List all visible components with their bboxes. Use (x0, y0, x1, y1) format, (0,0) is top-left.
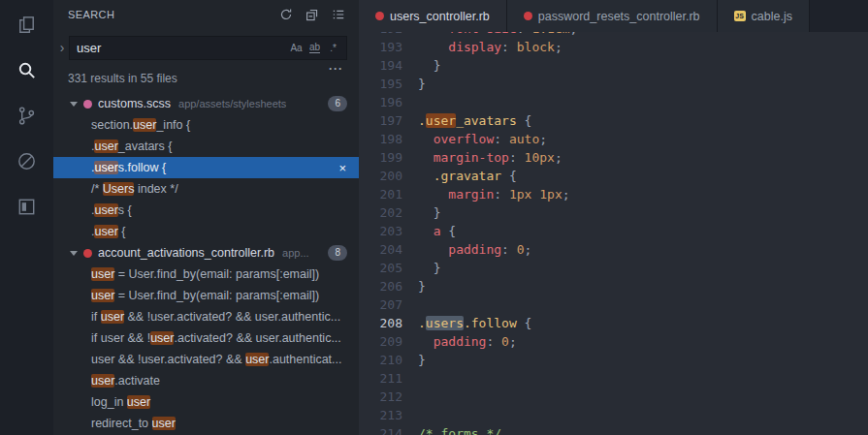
code-token (418, 169, 434, 183)
code-line[interactable]: 210 } (359, 351, 868, 369)
editor-tab[interactable]: password_resets_controller.rb (507, 0, 718, 32)
list-view-icon[interactable] (332, 8, 345, 21)
search-result-row[interactable]: user && !user.activated? && user.authent… (53, 349, 359, 370)
line-number: 200 (359, 167, 402, 185)
code-token: . (418, 113, 426, 128)
line-number: 193 (359, 38, 402, 56)
dismiss-result-icon[interactable]: × (338, 161, 346, 175)
match-case-toggle[interactable]: Aa (287, 39, 305, 57)
search-result-row[interactable]: .users.follow {× (53, 157, 359, 178)
code-token: .gravatar (434, 169, 501, 183)
result-pre: section. (91, 118, 133, 132)
code-line[interactable]: 214 /* forms */ (359, 424, 868, 435)
search-result-row[interactable]: if user && !user.activated? && user.auth… (53, 327, 359, 349)
search-result-row[interactable]: .users { (53, 200, 359, 221)
search-result-row[interactable]: /* Users index */ (53, 178, 359, 200)
refresh-icon[interactable] (279, 8, 293, 21)
search-result-row[interactable]: .user { (53, 221, 359, 242)
code-line[interactable]: 196 (359, 93, 868, 111)
whole-word-toggle[interactable]: ab (305, 39, 324, 57)
expand-replace-chevron-icon[interactable]: › (55, 40, 69, 55)
result-post: _avatars { (118, 140, 173, 153)
chevron-expanded-icon[interactable] (70, 102, 78, 107)
code-token (418, 242, 448, 257)
search-result-row[interactable]: user = User.find_by(email: params[:email… (53, 264, 359, 285)
result-match-highlight: user (91, 289, 114, 302)
code-token: ; (539, 132, 547, 146)
line-number: 202 (359, 203, 402, 222)
code-lines: 192 font-size: 1.1em; 193 display: block… (359, 32, 868, 435)
line-code: a { (418, 222, 456, 240)
editor-group: users_controller.rb password_resets_cont… (359, 0, 868, 435)
code-token: { (501, 169, 517, 183)
search-result-row[interactable]: user.activate (53, 370, 359, 391)
code-line[interactable]: 213 (359, 406, 868, 424)
code-line[interactable]: 198 overflow: auto; (359, 130, 868, 148)
code-line[interactable]: 197 .user_avatars { (359, 111, 868, 130)
search-result-row[interactable]: user = User.find_by(email: params[:email… (53, 285, 359, 306)
code-line[interactable]: 212 (359, 388, 868, 406)
code-token: { (517, 113, 532, 128)
activity-editor-layout-button[interactable] (0, 184, 53, 230)
search-result-row[interactable]: section.user_info { (53, 114, 359, 136)
search-result-row[interactable]: log_in user (53, 391, 359, 413)
code-line[interactable]: 202 } (359, 203, 868, 222)
code-line[interactable]: 201 margin: 1px 1px; (359, 185, 868, 203)
toggle-search-details-button[interactable]: ··· (329, 62, 343, 76)
result-match-highlight: user (245, 353, 269, 366)
code-line[interactable]: 199 margin-top: 10px; (359, 148, 868, 167)
line-code: overflow: auto; (418, 130, 547, 148)
regex-toggle[interactable]: .* (324, 39, 342, 57)
code-line[interactable]: 195 } (359, 75, 868, 93)
editor-tab[interactable]: users_controller.rb (359, 0, 507, 32)
search-input[interactable] (77, 41, 287, 55)
result-pre: log_in (91, 395, 127, 409)
code-token: margin-top (434, 150, 509, 165)
result-post: index */ (134, 182, 177, 196)
code-token: ; (509, 334, 517, 349)
code-line[interactable]: 200 .gravatar { (359, 167, 868, 185)
search-result-row[interactable]: .user_avatars { (53, 136, 359, 157)
search-result-row[interactable]: redirect_to user (53, 413, 359, 434)
code-line[interactable]: 209 padding: 0; (359, 332, 868, 351)
activity-circle-slash-button[interactable] (0, 139, 53, 184)
result-post: = User.find_by(email: params[:email]) (114, 267, 319, 281)
code-token: } (418, 353, 426, 367)
result-post: s.follow { (118, 161, 166, 174)
code-editor[interactable]: 192 font-size: 1.1em; 193 display: block… (359, 32, 868, 435)
file-result-row[interactable]: account_activations_controller.rb app...… (53, 242, 359, 264)
search-result-row[interactable]: if user && !user.activated? && user.auth… (53, 306, 359, 327)
code-token: ; (525, 242, 532, 257)
code-line[interactable]: 193 display: block; (359, 38, 868, 56)
code-token: ; (570, 32, 578, 36)
code-token: { (440, 224, 456, 238)
code-line[interactable]: 205 } (359, 259, 868, 277)
activity-explorer-button[interactable] (0, 2, 53, 47)
code-line[interactable]: 206 } (359, 277, 868, 295)
code-line[interactable]: 207 (359, 295, 868, 314)
line-number: 196 (359, 93, 402, 111)
code-line[interactable]: 208 .users.follow { (359, 314, 868, 332)
search-row: › Aa ab .* (55, 35, 347, 60)
code-token: ; (555, 40, 563, 54)
line-code: margin-top: 10px; (418, 148, 563, 167)
activity-search-button[interactable] (0, 47, 53, 93)
line-number: 197 (359, 111, 402, 130)
code-line[interactable]: 211 (359, 369, 868, 388)
line-code: } (418, 259, 440, 277)
code-line[interactable]: 194 } (359, 56, 868, 75)
collapse-all-icon[interactable] (305, 8, 319, 21)
result-post: .authenticat... (269, 353, 341, 366)
editor-tab[interactable]: JS cable.js (718, 0, 810, 32)
file-result-row[interactable]: customs.scss app/assets/stylesheets 6 (53, 93, 359, 114)
code-token: 0 (517, 242, 525, 257)
code-line[interactable]: 203 a { (359, 222, 868, 240)
editor-layout-icon (16, 196, 38, 218)
current-match-highlight: users (426, 316, 464, 330)
result-post: _info { (156, 118, 190, 132)
result-match-highlight: user (94, 203, 117, 217)
code-line[interactable]: 204 padding: 0; (359, 240, 868, 259)
code-token: _avatars (456, 113, 517, 128)
chevron-expanded-icon[interactable] (70, 251, 78, 256)
activity-source-control-button[interactable] (0, 93, 53, 139)
